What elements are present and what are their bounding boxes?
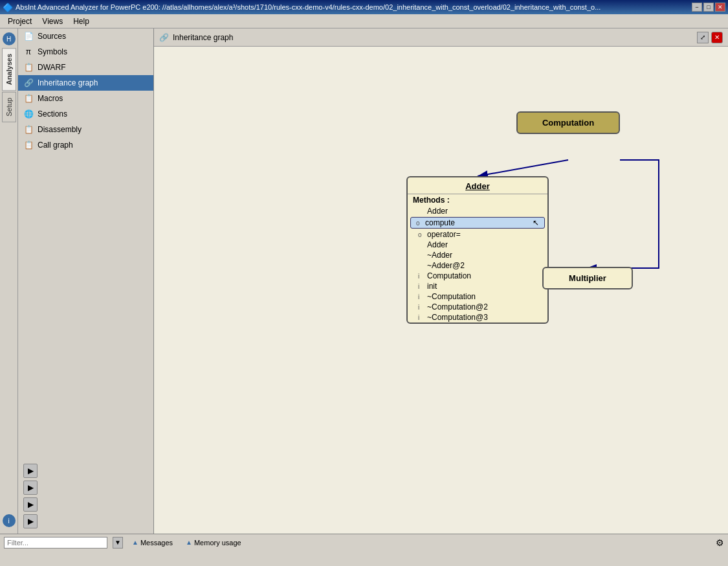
method-destructor-computation[interactable]: i ~Computation — [408, 291, 547, 302]
play-button-3[interactable]: ▶ — [23, 497, 38, 512]
sidebar-label-macros: Macros — [38, 94, 63, 103]
adder-title: Adder — [408, 177, 547, 194]
sidebar-item-sources[interactable]: 📄 Sources — [18, 28, 153, 44]
sidebar-item-inheritance-graph[interactable]: 🔗 Inheritance graph — [18, 75, 153, 91]
sidebar-item-dwarf[interactable]: 📋 DWARF — [18, 60, 153, 75]
method-destructor-adder2[interactable]: ~Adder@2 — [408, 260, 547, 271]
tab-label: 🔗 Inheritance graph — [159, 33, 233, 42]
memory-icon: ▲ — [186, 539, 192, 546]
computation-node[interactable]: Computation — [516, 111, 620, 134]
dwarf-icon: 📋 — [23, 62, 34, 73]
maximize-button[interactable]: □ — [703, 3, 714, 12]
sidebar-label-inheritance-graph: Inheritance graph — [38, 78, 98, 87]
filter-dropdown-button[interactable]: ▼ — [113, 537, 123, 549]
menu-help[interactable]: Help — [68, 16, 94, 27]
method-adder-2[interactable]: Adder — [408, 240, 547, 250]
disassembly-icon: 📋 — [23, 124, 34, 135]
menu-project[interactable]: Project — [3, 16, 37, 27]
sidebar-label-dwarf: DWARF — [38, 63, 66, 72]
method-adder-1[interactable]: Adder — [408, 206, 547, 216]
sidebar: 📄 Sources π Symbols 📋 DWARF 🔗 Inheritanc… — [18, 28, 154, 534]
window-controls: − □ ✕ — [692, 3, 725, 12]
adder-methods-label: Methods : — [408, 194, 547, 206]
sidebar-label-symbols: Symbols — [38, 47, 67, 56]
close-button[interactable]: ✕ — [715, 3, 725, 12]
memory-label: Memory usage — [194, 539, 241, 547]
window-title: AbsInt Advanced Analyzer for PowerPC e20… — [13, 3, 692, 11]
sidebar-item-macros[interactable]: 📋 Macros — [18, 91, 153, 106]
app-icon: 🔷 — [3, 3, 13, 12]
method-operator[interactable]: o operator= — [408, 229, 547, 240]
method-init[interactable]: i init — [408, 281, 547, 291]
messages-button[interactable]: ▲ Messages — [128, 538, 177, 548]
graph-canvas[interactable]: Computation Adder Methods : Adder o comp… — [154, 47, 728, 534]
menu-bar: Project Views Help — [0, 14, 728, 28]
svg-line-1 — [478, 160, 568, 176]
sidebar-label-call-graph: Call graph — [38, 141, 73, 150]
sidebar-item-symbols[interactable]: π Symbols — [18, 44, 153, 60]
sidebar-item-call-graph[interactable]: 📋 Call graph — [18, 137, 153, 153]
multiplier-label: Multiplier — [569, 273, 606, 283]
filter-input[interactable] — [4, 537, 107, 549]
home-tab-icon[interactable]: H — [3, 32, 16, 45]
sections-icon: 🌐 — [23, 109, 34, 119]
content-area: 🔗 Inheritance graph ⤢ ✕ — [154, 28, 728, 534]
status-bar: ▼ ▲ Messages ▲ Memory usage ⚙ — [0, 534, 728, 550]
play-button-2[interactable]: ▶ — [23, 481, 38, 495]
tab-title: Inheritance graph — [173, 33, 233, 42]
messages-icon: ▲ — [132, 539, 138, 546]
method-compute[interactable]: o compute ↖ — [410, 217, 545, 229]
method-computation[interactable]: i Computation — [408, 271, 547, 281]
menu-views[interactable]: Views — [37, 16, 68, 27]
memory-usage-button[interactable]: ▲ Memory usage — [182, 538, 245, 548]
tab-icon: 🔗 — [159, 33, 169, 42]
computation-label: Computation — [542, 118, 594, 128]
multiplier-node[interactable]: Multiplier — [542, 267, 633, 289]
macros-icon: 📋 — [23, 93, 34, 104]
tab-setup[interactable]: Setup — [2, 92, 16, 122]
close-tab-button[interactable]: ✕ — [711, 32, 723, 43]
sidebar-label-sources: Sources — [38, 32, 66, 41]
call-graph-icon: 📋 — [23, 140, 34, 150]
title-bar: 🔷 AbsInt Advanced Analyzer for PowerPC e… — [0, 0, 728, 14]
sidebar-label-sections: Sections — [38, 109, 67, 119]
sources-icon: 📄 — [23, 31, 34, 41]
minimize-button[interactable]: − — [692, 3, 702, 12]
sidebar-item-sections[interactable]: 🌐 Sections — [18, 106, 153, 122]
tab-analyses[interactable]: Analyses — [2, 48, 16, 91]
method-destructor-adder[interactable]: ~Adder — [408, 250, 547, 260]
sidebar-item-disassembly[interactable]: 📋 Disassembly — [18, 122, 153, 137]
information-tab-icon[interactable]: i — [3, 514, 16, 527]
content-header: 🔗 Inheritance graph ⤢ ✕ — [154, 28, 728, 47]
sidebar-label-disassembly: Disassembly — [38, 125, 82, 134]
messages-label: Messages — [140, 539, 173, 547]
symbols-icon: π — [23, 47, 34, 57]
play-button-1[interactable]: ▶ — [23, 464, 38, 478]
method-destructor-computation2[interactable]: i ~Computation@2 — [408, 302, 547, 312]
expand-button[interactable]: ⤢ — [697, 32, 709, 43]
play-button-4[interactable]: ▶ — [23, 514, 38, 528]
main-layout: H Analyses Setup i 📄 Sources π Symbols 📋… — [0, 28, 728, 534]
inheritance-graph-icon: 🔗 — [23, 78, 34, 88]
tab-controls: ⤢ ✕ — [697, 32, 723, 43]
adder-node[interactable]: Adder Methods : Adder o compute ↖ o oper… — [406, 176, 549, 324]
settings-icon[interactable]: ⚙ — [716, 538, 724, 548]
method-destructor-computation3[interactable]: i ~Computation@3 — [408, 312, 547, 323]
left-tab-panel: H Analyses Setup i — [0, 28, 18, 534]
